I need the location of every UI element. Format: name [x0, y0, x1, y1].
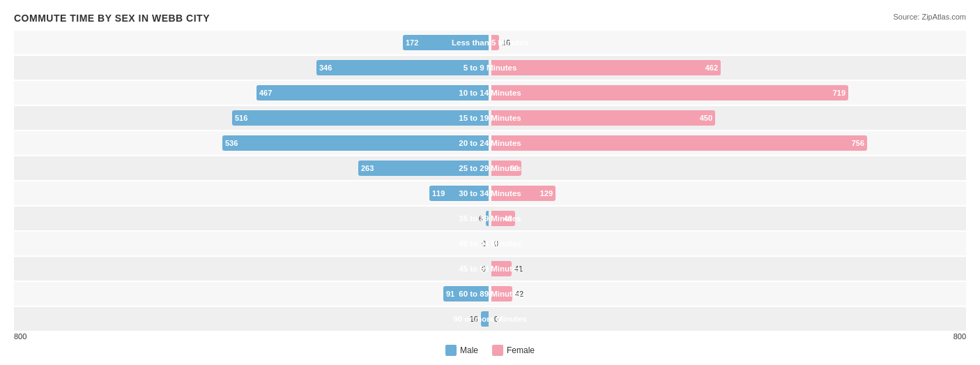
bar-row: 172172Less than 5 Minutes16 [14, 31, 966, 54]
left-section: 0 [14, 232, 490, 255]
female-value: 42 [512, 290, 523, 298]
bar-row: 51651615 to 19 Minutes450450 [14, 106, 966, 130]
bar-row: 919160 to 89 Minutes42 [14, 282, 966, 306]
female-bar: 462462 [491, 60, 721, 75]
male-inside-value: 536 [225, 139, 238, 147]
male-bar: 16 [481, 311, 489, 327]
left-section: 9191 [14, 282, 490, 306]
female-inside-value: 719 [833, 89, 845, 97]
female-inside-value: 462 [705, 64, 718, 72]
legend: Male Female [14, 345, 966, 356]
male-value: 0 [482, 265, 489, 273]
male-bar: 516516 [232, 110, 489, 126]
female-inside-value: 129 [540, 189, 553, 198]
axis-labels: 800 800 [14, 332, 966, 341]
female-inside-value: 60 [510, 164, 519, 172]
bar-row: 1690 or more Minutes0 [14, 307, 966, 331]
male-bar: 119119 [429, 186, 489, 201]
right-section: 0 [490, 307, 966, 331]
right-section: 129129 [490, 181, 966, 205]
male-inside-value: 516 [235, 114, 247, 122]
bar-row: 040 to 44 Minutes0 [14, 232, 966, 255]
female-bar: 129129 [491, 186, 556, 201]
left-section: 263263 [14, 156, 490, 180]
male-bar: 467467 [257, 85, 489, 100]
axis-left: 800 [14, 332, 26, 341]
male-bar: 9191 [443, 286, 489, 301]
bar-row: 26326325 to 29 Minutes6060 [14, 156, 966, 180]
legend-female-label: Female [507, 345, 535, 355]
female-bar: 450450 [491, 110, 715, 126]
female-value: 16 [499, 38, 510, 47]
male-bar: 536536 [222, 135, 489, 151]
male-bar: 172172 [403, 35, 489, 50]
left-section: 172172 [14, 31, 490, 54]
right-section: 450450 [490, 106, 966, 130]
female-bar: 756756 [491, 135, 867, 151]
bar-row: 635 to 39 Minutes4848 [14, 207, 966, 230]
female-bar: 42 [491, 286, 512, 301]
right-section: 4848 [490, 207, 966, 230]
legend-female: Female [492, 345, 535, 356]
bar-row: 53653620 to 24 Minutes756756 [14, 131, 966, 155]
bar-row: 045 to 59 Minutes41 [14, 257, 966, 281]
legend-male-label: Male [460, 345, 478, 355]
right-section: 6060 [490, 156, 966, 180]
chart-container: COMMUTE TIME BY SEX IN WEBB CITY Source:… [0, 0, 980, 365]
male-bar: 6 [486, 211, 489, 226]
right-section: 462462 [490, 56, 966, 80]
male-inside-value: 172 [406, 38, 418, 47]
bars-area: 172172Less than 5 Minutes163463465 to 9 … [14, 31, 966, 331]
chart-title: COMMUTE TIME BY SEX IN WEBB CITY [14, 13, 966, 24]
left-section: 16 [14, 307, 490, 331]
male-inside-value: 467 [259, 89, 272, 97]
male-value: 0 [482, 239, 489, 248]
male-inside-value: 119 [432, 189, 445, 198]
female-value: 41 [512, 265, 523, 273]
bar-row: 46746710 to 14 Minutes719719 [14, 81, 966, 105]
legend-male-box [445, 345, 457, 356]
female-inside-value: 756 [852, 139, 864, 147]
female-value: 0 [491, 239, 498, 248]
female-bar: 41 [491, 261, 512, 276]
right-section: 0 [490, 232, 966, 255]
left-section: 346346 [14, 56, 490, 80]
right-section: 41 [490, 257, 966, 281]
female-inside-value: 48 [504, 214, 512, 223]
left-section: 6 [14, 207, 490, 230]
bar-row: 11911930 to 34 Minutes129129 [14, 181, 966, 205]
right-section: 42 [490, 282, 966, 306]
right-section: 719719 [490, 81, 966, 105]
female-bar: 4848 [491, 211, 515, 226]
male-bar: 263263 [358, 161, 489, 176]
male-value: 16 [470, 315, 481, 323]
bar-row: 3463465 to 9 Minutes462462 [14, 56, 966, 80]
male-inside-value: 263 [361, 164, 374, 172]
male-inside-value: 91 [446, 290, 454, 298]
male-inside-value: 346 [319, 64, 332, 72]
male-bar: 346346 [316, 60, 489, 75]
legend-male: Male [445, 345, 478, 356]
right-section: 16 [490, 31, 966, 54]
axis-right: 800 [954, 332, 966, 341]
left-section: 467467 [14, 81, 490, 105]
right-section: 756756 [490, 131, 966, 155]
left-section: 0 [14, 257, 490, 281]
left-section: 536536 [14, 131, 490, 155]
female-bar: 16 [491, 35, 499, 50]
source-label: Source: ZipAtlas.com [893, 13, 966, 21]
male-value: 6 [479, 214, 486, 223]
female-bar: 719719 [491, 85, 848, 100]
female-value: 0 [491, 315, 498, 323]
female-bar: 6060 [491, 161, 521, 176]
legend-female-box [492, 345, 503, 356]
female-inside-value: 450 [700, 114, 712, 122]
left-section: 516516 [14, 106, 490, 130]
left-section: 119119 [14, 181, 490, 205]
